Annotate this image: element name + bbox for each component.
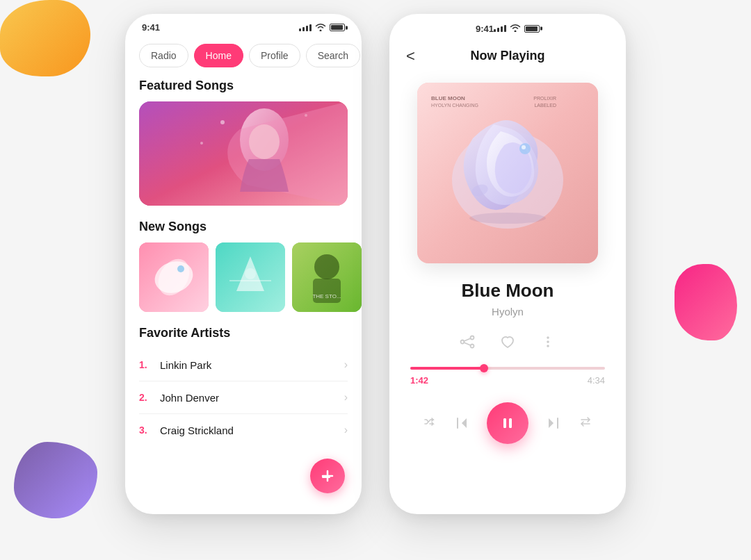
artist-name-3: Craig Strickland — [160, 425, 234, 436]
status-time-player: 9:41 — [476, 24, 494, 34]
battery-icon-player — [524, 25, 540, 33]
new-songs-title: New Songs — [125, 220, 362, 242]
artist-chevron-2: › — [344, 391, 348, 404]
svg-point-9 — [177, 265, 184, 272]
now-playing-title: Now Playing — [470, 49, 544, 63]
wifi-icon — [315, 23, 326, 33]
song-title: Blue Moon — [462, 280, 554, 302]
svg-point-34 — [547, 340, 549, 343]
signal-bars-player — [494, 25, 506, 32]
status-icons-player — [494, 22, 540, 35]
artist-chevron-3: › — [344, 424, 348, 436]
tab-profile[interactable]: Profile — [249, 44, 300, 67]
svg-point-2 — [249, 124, 280, 159]
more-options-button[interactable] — [540, 334, 556, 353]
prev-button[interactable] — [453, 415, 470, 431]
featured-artwork — [139, 101, 348, 206]
featured-songs-title: Featured Songs — [125, 79, 362, 101]
svg-rect-38 — [503, 418, 506, 428]
sig-bar-4 — [504, 25, 506, 32]
artist-item-3[interactable]: 3. Craig Strickland › — [139, 414, 348, 446]
svg-text:HYOLYN CHANGING: HYOLYN CHANGING — [431, 103, 478, 108]
svg-line-32 — [464, 343, 470, 345]
svg-marker-36 — [462, 418, 467, 428]
svg-point-33 — [547, 336, 549, 339]
fab-button[interactable] — [310, 459, 345, 493]
song-card-1[interactable] — [139, 242, 209, 312]
song-art-3: THE STO... — [292, 242, 362, 312]
svg-marker-40 — [549, 418, 554, 428]
progress-times: 1:42 4:34 — [410, 375, 605, 386]
new-songs-grid: THE STO... — [125, 242, 362, 326]
time-current: 1:42 — [410, 375, 428, 386]
artists-list: 1. Linkin Park › 2. John Denver › 3. Cra… — [125, 349, 362, 446]
progress-container: 1:42 4:34 — [410, 367, 605, 386]
phones-container: 9:41 — [56, 14, 695, 546]
artist-left-2: 2. John Denver — [139, 392, 219, 404]
artist-number-1: 1. — [139, 359, 153, 370]
like-button[interactable] — [500, 334, 515, 353]
tab-radio[interactable]: Radio — [139, 44, 188, 67]
status-bar-player: 9:41 — [459, 14, 556, 40]
song-art-2 — [216, 242, 285, 312]
artist-item-1[interactable]: 1. Linkin Park › — [139, 349, 348, 381]
progress-track[interactable] — [410, 367, 605, 370]
signal-bar-2 — [302, 27, 305, 31]
song-card-2[interactable] — [216, 242, 285, 312]
svg-point-11 — [245, 268, 256, 279]
artist-left-3: 3. Craig Strickland — [139, 425, 234, 436]
artist-item-2[interactable]: 2. John Denver › — [139, 381, 348, 414]
signal-bar-1 — [299, 28, 301, 31]
phone-home: 9:41 — [125, 14, 362, 514]
favorite-artists-title: Favorite Artists — [125, 326, 362, 349]
svg-text:BLUE MOON: BLUE MOON — [431, 95, 465, 101]
shuffle-button[interactable] — [423, 415, 437, 432]
song-art-1 — [139, 242, 209, 312]
svg-point-21 — [522, 145, 526, 149]
svg-point-30 — [471, 345, 474, 348]
svg-point-4 — [200, 142, 203, 145]
song-card-3[interactable]: THE STO... — [292, 242, 362, 312]
artist-chevron-1: › — [344, 359, 348, 371]
album-art: BLUE MOON HYOLYN CHANGING PROLIXIR LABEL… — [417, 83, 598, 263]
svg-point-3 — [220, 120, 225, 124]
svg-point-35 — [547, 345, 549, 347]
svg-point-13 — [314, 254, 339, 279]
status-icons-home — [299, 23, 345, 33]
svg-point-5 — [305, 114, 307, 117]
sig-bar-3 — [501, 26, 503, 32]
status-bar-home: 9:41 — [125, 14, 362, 38]
svg-text:THE STO...: THE STO... — [312, 293, 341, 299]
svg-text:LABELED: LABELED — [534, 103, 556, 108]
action-icons — [460, 334, 556, 353]
fab-icon — [320, 468, 335, 484]
svg-point-28 — [471, 336, 474, 340]
artist-name-2: John Denver — [160, 392, 219, 404]
artist-number-2: 2. — [139, 392, 153, 403]
progress-thumb — [480, 364, 488, 372]
player-controls — [423, 402, 592, 444]
wifi-icon-player — [510, 22, 521, 35]
artist-name-1: Linkin Park — [160, 359, 211, 371]
repeat-button[interactable] — [579, 415, 592, 432]
player-header: < Now Playing — [389, 40, 626, 69]
status-time-home: 9:41 — [142, 22, 160, 33]
pause-icon — [500, 415, 515, 431]
back-button[interactable]: < — [406, 47, 415, 65]
album-sculpture: BLUE MOON HYOLYN CHANGING PROLIXIR LABEL… — [417, 83, 598, 263]
svg-point-29 — [461, 340, 465, 344]
featured-banner[interactable] — [139, 101, 348, 206]
svg-text:PROLIXIR: PROLIXIR — [533, 96, 556, 101]
artist-left-1: 1. Linkin Park — [139, 359, 211, 371]
progress-fill — [410, 367, 484, 370]
svg-line-31 — [464, 338, 470, 341]
artist-number-3: 3. — [139, 425, 153, 436]
tab-home[interactable]: Home — [194, 44, 243, 67]
nav-tabs: Radio Home Profile Search — [125, 38, 362, 79]
song-artist: Hyolyn — [492, 306, 524, 318]
tab-search[interactable]: Search — [306, 44, 360, 67]
play-pause-button[interactable] — [487, 402, 528, 444]
share-button[interactable] — [460, 334, 475, 353]
battery-icon — [330, 24, 345, 31]
next-button[interactable] — [545, 415, 562, 431]
